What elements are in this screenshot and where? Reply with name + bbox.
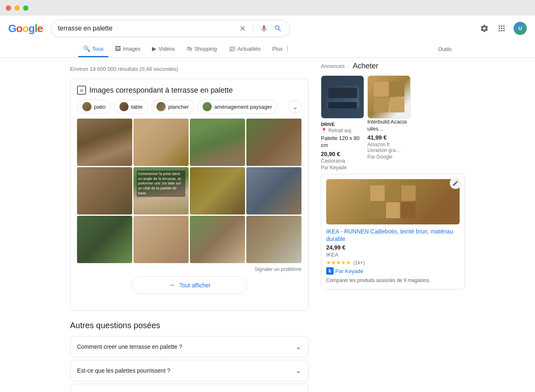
expand-chips-button[interactable]: ⌄ [288,100,301,113]
featured-product-title: IKEA - RUNNEN Caillebotis, teinté brun, … [326,228,460,243]
image-cell-6[interactable]: Commencer la pose dans un angle de la te… [133,167,189,215]
product-store-1: DRIVE [321,122,364,127]
product-price-2: 41,99 € [367,134,411,141]
chip-amenagement-label: aménagement paysager [214,104,272,110]
images-section-title: ⊞ Images correspondant à terrasse en pal… [77,86,301,95]
product-retailer-2: Amazon.fr [367,142,411,147]
tab-videos-label: Vidéos [159,46,175,52]
question-item-3[interactable]: Comment fixer des palettes au sol ? ⌄ [70,384,308,392]
chevron-down-icon: ⋮ [285,45,290,52]
signaler-problem[interactable]: Signaler un problème [77,266,301,272]
product-img-castorama [321,75,364,119]
voice-search-button[interactable] [259,23,269,33]
chip-amenagement-thumb [203,102,212,111]
titlebar [0,0,535,16]
reviews-count: (1k+) [353,260,365,266]
image-grid-icon: ⊞ [77,86,86,95]
image-cell-11[interactable] [190,216,245,263]
tout-afficher-label: Tout afficher [179,282,210,289]
chip-plancher-img [157,102,166,111]
retrait-text: Retrait auj. [328,128,352,133]
tab-actualites-label: Actualités [238,46,261,52]
product-retailer-1: Castorama [321,158,364,164]
image-cell-8[interactable] [246,167,301,215]
image-cell-9[interactable] [77,216,132,263]
google-logo[interactable]: Google [8,22,43,35]
tout-afficher-button[interactable]: → Tout afficher [132,276,247,294]
featured-product-img [326,179,460,224]
chevron-down-icon-3: ⌄ [295,390,301,392]
image-cell-1[interactable] [77,119,132,166]
apps-button[interactable] [496,23,507,34]
chip-table[interactable]: table [114,100,148,114]
avatar[interactable]: U [514,22,527,35]
chip-table-img [119,102,128,111]
location-pin-icon: 📍 [321,128,327,133]
tout-afficher-wrapper: → Tout afficher [77,276,301,294]
image-cell-5[interactable] [77,167,132,215]
maximize-btn[interactable] [23,5,28,11]
chip-patio-img [82,102,91,111]
autres-questions-title: Autres questions posées [70,321,308,330]
chip-patio[interactable]: patio [77,100,111,114]
chip-patio-thumb [82,102,91,111]
minimize-btn[interactable] [14,5,20,11]
ikea-tile-5 [386,202,400,218]
image-cell-10[interactable] [133,216,189,263]
tile-4 [390,98,405,113]
chip-table-thumb [119,102,128,111]
question-text-1: Comment creer une terrasse en palette ? [77,343,182,350]
annonces-header: Annonces · Acheter [321,62,465,70]
featured-product-card[interactable]: IKEA - RUNNEN Caillebotis, teinté brun, … [321,174,465,289]
results-count: Environ 19 600 000 résultats (0,48 secon… [70,62,308,79]
stars: ★★★★★ [326,259,351,266]
image-cell-2[interactable] [133,119,189,166]
ikea-tile-1 [370,185,385,201]
keyade-k-icon: k [326,267,334,275]
question-item-1[interactable]: Comment creer une terrasse en palette ? … [70,336,308,357]
images-section-title-text: Images correspondant à terrasse en palet… [89,86,233,95]
comparer-text: Comparer les produits associés de 9 maga… [326,277,460,284]
image-cell-3[interactable] [190,119,245,166]
tab-tous-label: Tous [92,46,103,52]
chevron-down-icon-2: ⌄ [295,366,301,375]
product-img-interbuild [367,75,411,119]
product-cards-row: DRIVE 📍 Retrait auj. Palette 120 x 80 cm… [321,75,465,170]
keyade-logo[interactable]: k Par Keyade [326,267,460,275]
featured-product-brand: IKEA [326,252,460,258]
featured-product-price: 24,99 € [326,244,460,251]
chip-amenagement[interactable]: aménagement paysager [197,100,277,114]
tab-images[interactable]: 🖼 Images [110,41,145,57]
chip-plancher[interactable]: plancher [151,100,194,114]
image-cell-4[interactable] [246,119,301,166]
ikea-tile-3 [401,185,416,201]
product-card-castorama[interactable]: DRIVE 📍 Retrait auj. Palette 120 x 80 cm… [321,75,364,170]
tab-plus[interactable]: Plus ⋮ [267,41,295,57]
search-input[interactable]: terrasse en palette [58,25,238,32]
settings-button[interactable] [479,23,490,34]
image-cell-7[interactable] [190,167,245,215]
tab-shopping[interactable]: 🛍 Shopping [182,41,222,57]
retrait-info: 📍 Retrait auj. [321,128,364,133]
outils-button[interactable]: Outils [433,42,457,56]
image-grid: Commencer la pose dans un angle de la te… [77,119,301,263]
delivery-info-2: Livraison gra… [367,147,411,153]
close-btn[interactable] [6,5,11,11]
tab-tous[interactable]: 🔍 Tous [78,41,108,57]
product-card-interbuild[interactable]: Interbuild Acacia uiles… 41,99 € Amazon.… [367,75,411,170]
arrow-right-icon: → [168,281,175,289]
tile-1 [374,82,389,97]
search-icon: 🔍 [83,45,90,52]
images-icon: 🖼 [115,45,121,52]
ikea-tile-4 [370,202,385,218]
question-item-2[interactable]: Est-ce que les palettes pourrissent ? ⌄ [70,360,308,381]
clear-search-button[interactable] [238,24,247,33]
search-button[interactable] [273,23,283,33]
annonces-label: Annonces [321,63,345,69]
tile-2 [390,82,405,97]
tab-actualites[interactable]: 📰 Actualités [224,41,266,57]
image-cell-12[interactable] [246,216,301,263]
tile-3 [374,98,389,113]
edit-product-button[interactable] [450,177,461,189]
tab-videos[interactable]: ▶ Vidéos [147,41,180,57]
